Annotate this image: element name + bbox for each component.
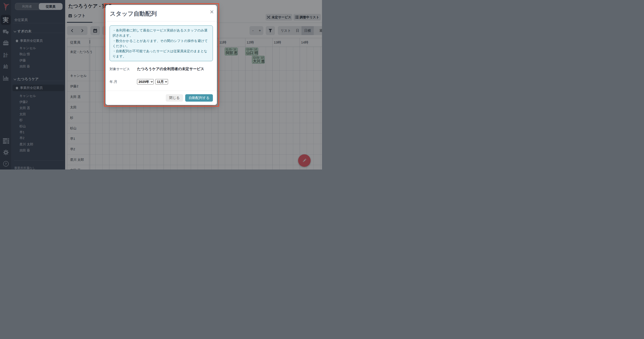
year-select[interactable]: 2025年 <box>137 79 154 84</box>
modal-title: スタッフ自動配列 <box>110 10 213 18</box>
close-icon[interactable]: × <box>210 9 214 15</box>
note-line: ・自動配列が不可能であったサービスは従業員未定のままとなります。 <box>112 49 210 59</box>
target-service-row: 対象サービス たつろうケアの全利用者の未定サービス <box>110 67 213 72</box>
app-window: 実 計 給 <box>0 0 322 170</box>
target-service-label: 対象サービス <box>110 67 137 71</box>
month-select[interactable]: 11月 <box>155 79 168 84</box>
target-service-value: たつろうケアの全利用者の未定サービス <box>137 67 204 72</box>
auto-assign-button[interactable]: 自動配列する <box>185 94 213 102</box>
modal-body: ・各利用者に対して過去にサービス実績があるスタッフのみ選択されます。 ・数分かか… <box>106 22 217 88</box>
modal-header: スタッフ自動配列 × <box>106 5 217 22</box>
note-line: ・数分かかることがあります、その間のシフトの操作を避けてください。 <box>112 38 210 49</box>
auto-assign-modal: スタッフ自動配列 × ・各利用者に対して過去にサービス実績があるスタッフのみ選択… <box>106 5 217 105</box>
note-line: ・各利用者に対して過去にサービス実績があるスタッフのみ選択されます。 <box>112 28 210 38</box>
year-month-row: 年.月 2025年 11月 <box>110 79 213 84</box>
year-month-label: 年.月 <box>110 79 137 84</box>
info-note-box: ・各利用者に対して過去にサービス実績があるスタッフのみ選択されます。 ・数分かか… <box>110 26 213 61</box>
close-button[interactable]: 閉じる <box>166 94 183 102</box>
modal-footer: 閉じる 自動配列する <box>106 91 217 105</box>
